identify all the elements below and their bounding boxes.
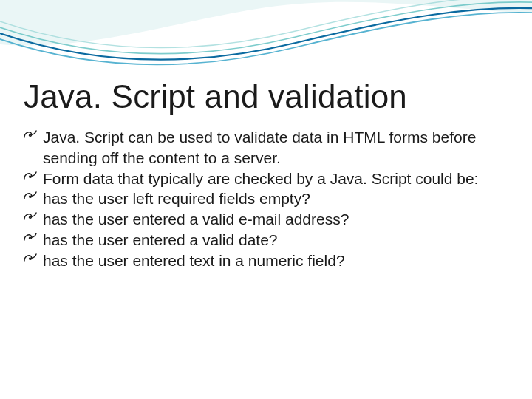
bullet-glyph-icon [24, 170, 37, 184]
bullet-item: Form data that typically are checked by … [24, 168, 508, 189]
bullet-glyph-icon [24, 190, 37, 204]
bullet-glyph-icon [24, 231, 37, 245]
bullet-glyph-icon [24, 252, 37, 266]
bullet-item: Java. Script can be used to validate dat… [24, 127, 508, 168]
bullet-text: has the user left required fields empty? [43, 190, 310, 207]
bullet-item: has the user entered a valid e-mail addr… [24, 209, 508, 230]
bullet-item: has the user left required fields empty? [24, 188, 508, 209]
bullet-list: Java. Script can be used to validate dat… [24, 127, 508, 270]
bullet-glyph-icon [24, 129, 37, 143]
bullet-text: has the user entered text in a numeric f… [43, 252, 345, 269]
slide: Java. Script and validation Java. Script… [0, 0, 532, 399]
bullet-text: has the user entered a valid date? [43, 231, 278, 248]
content-area: Java. Script and validation Java. Script… [24, 80, 508, 270]
bullet-glyph-icon [24, 211, 37, 225]
decorative-swirl [0, 0, 532, 89]
bullet-item: has the user entered a valid date? [24, 230, 508, 250]
bullet-text: Form data that typically are checked by … [43, 170, 478, 187]
bullet-text: has the user entered a valid e-mail addr… [43, 211, 349, 228]
slide-title: Java. Script and validation [24, 80, 508, 114]
bullet-text: Java. Script can be used to validate dat… [43, 129, 476, 166]
bullet-item: has the user entered text in a numeric f… [24, 250, 508, 271]
